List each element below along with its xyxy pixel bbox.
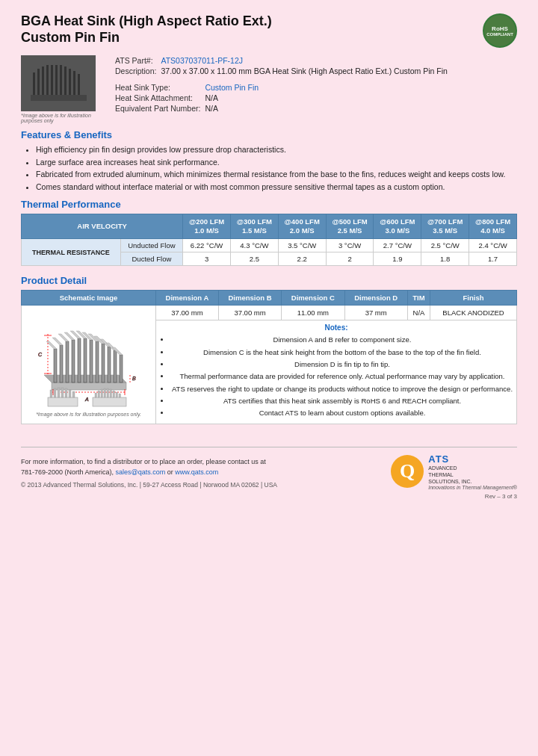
svg-rect-59 [95, 393, 97, 397]
cell-unducted-200: 6.22 °C/W [183, 239, 231, 252]
svg-rect-19 [72, 340, 75, 382]
footer: For more information, to find a distribu… [21, 447, 517, 490]
thermal-heading: Thermal Performance [21, 199, 517, 210]
list-item: Fabricated from extruded aluminum, which… [36, 169, 517, 180]
product-image-section: *Image above is for illustration purpose… [21, 55, 103, 123]
list-item: High efficiency pin fin design provides … [36, 144, 517, 155]
col-200lfm: @200 LFM 1.0 M/S [183, 214, 231, 239]
col-600lfm: @600 LFM 3.0 M/S [374, 214, 421, 239]
svg-rect-51 [50, 390, 52, 397]
type-value: Custom Pin Fin [205, 82, 263, 93]
thermal-table: AIR VELOCITY @200 LFM 1.0 M/S @300 LFM 1… [21, 214, 517, 267]
features-heading: Features & Benefits [21, 129, 517, 140]
svg-rect-9 [69, 69, 71, 95]
col-dim-b: Dimension B [218, 291, 281, 306]
svg-rect-53 [58, 388, 60, 397]
cell-unducted-300: 4.3 °C/W [230, 239, 278, 252]
svg-line-13 [87, 90, 90, 95]
notes-list: Dimension A and B refer to component siz… [158, 335, 514, 418]
svg-text:B: B [132, 376, 136, 381]
part-number-table: ATS Part#: ATS037037011-PF-12J Descripti… [115, 55, 452, 76]
svg-rect-58 [93, 397, 126, 406]
cell-ducted-200: 3 [183, 252, 231, 266]
ducted-flow-label: Ducted Flow [120, 252, 182, 266]
email-link[interactable]: sales@qats.com [116, 468, 166, 476]
cell-unducted-800: 2.4 °C/W [469, 239, 517, 252]
cell-ducted-600: 1.9 [374, 252, 421, 266]
part-number: ATS037037011-PF-12J [161, 55, 451, 66]
svg-rect-63 [107, 388, 109, 397]
notes-cell: Notes: Dimension A and B refer to compon… [156, 320, 517, 424]
ats-q-logo: Q [391, 455, 424, 488]
page-title-block: BGA Heat Sink (High Aspect Ratio Ext.) C… [21, 13, 272, 46]
svg-rect-56 [69, 390, 71, 397]
page-title: BGA Heat Sink (High Aspect Ratio Ext.) C… [21, 13, 272, 46]
col-300lfm: @300 LFM 1.5 M/S [230, 214, 278, 239]
col-dim-c: Dimension C [282, 291, 344, 306]
svg-rect-66 [116, 392, 118, 397]
svg-rect-62 [104, 388, 106, 397]
footer-copyright: © 2013 Advanced Thermal Solutions, Inc. … [21, 480, 277, 490]
col-800lfm: @800 LFM 4.0 M/S [469, 214, 517, 239]
svg-rect-26 [114, 350, 117, 382]
attachment-label: Heat Sink Attachment: [115, 93, 205, 103]
svg-rect-7 [60, 65, 62, 95]
svg-rect-20 [78, 338, 81, 382]
svg-rect-4 [46, 65, 49, 95]
svg-rect-61 [101, 389, 103, 397]
svg-rect-8 [64, 66, 67, 95]
schematic-image-box: C A B [29, 312, 149, 409]
unducted-flow-label: Unducted Flow [120, 239, 182, 252]
svg-rect-0 [31, 95, 87, 101]
svg-rect-11 [78, 74, 80, 95]
table-row: THERMAL RESISTANCE Unducted Flow 6.22 °C… [22, 239, 517, 252]
cell-ducted-300: 2.5 [230, 252, 278, 266]
rohs-badge: RoHS COMPLIANT [483, 13, 517, 48]
product-details: ATS Part#: ATS037037011-PF-12J Descripti… [115, 55, 517, 123]
svg-text:A: A [84, 397, 89, 402]
svg-rect-24 [102, 344, 105, 382]
col-finish: Finish [430, 291, 517, 306]
list-item: Large surface area increases heat sink p… [36, 157, 517, 168]
dim-c-value: 11.00 mm [282, 306, 344, 320]
svg-rect-3 [42, 66, 44, 95]
description: 37.00 x 37.00 x 11.00 mm BGA Heat Sink (… [161, 66, 451, 76]
col-400lfm: @400 LFM 2.0 M/S [278, 214, 326, 239]
equiv-label: Equivalent Part Number: [115, 103, 205, 114]
svg-rect-6 [55, 65, 58, 95]
svg-rect-50 [48, 397, 78, 406]
tim-value: N/A [407, 306, 430, 320]
ats-sub2: THERMAL [428, 471, 517, 478]
attachment-value: N/A [205, 93, 263, 103]
footer-logo: Q ATS ADVANCED THERMAL SOLUTIONS, INC. I… [391, 453, 517, 490]
page-number: Rev – 3 of 3 [21, 493, 517, 500]
dim-d-value: 37 mm [344, 306, 407, 320]
svg-line-12 [27, 90, 31, 95]
cell-unducted-400: 3.5 °C/W [278, 239, 326, 252]
col-500lfm: @500 LFM 2.5 M/S [326, 214, 374, 239]
svg-rect-16 [54, 349, 57, 382]
detail-table: Schematic Image Dimension A Dimension B … [21, 290, 517, 424]
cell-ducted-400: 2.2 [278, 252, 326, 266]
page: BGA Heat Sink (High Aspect Ratio Ext.) C… [0, 0, 538, 756]
ats-sub1: ADVANCED [428, 465, 517, 471]
cell-unducted-700: 2.5 °C/W [421, 239, 469, 252]
list-item: Contact ATS to learn about custom option… [170, 408, 514, 418]
product-info-section: *Image above is for illustration purpose… [21, 55, 517, 123]
svg-rect-5 [51, 65, 53, 95]
list-item: ATS certifies that this heat sink assemb… [170, 396, 514, 406]
detail-table-wrap: Schematic Image Dimension A Dimension B … [21, 290, 517, 424]
svg-rect-17 [60, 345, 63, 382]
cell-ducted-700: 1.8 [421, 252, 469, 266]
svg-text:C: C [38, 352, 43, 357]
svg-rect-25 [108, 347, 111, 382]
list-item: Dimension C is the heat sink height from… [170, 347, 514, 357]
cell-unducted-600: 2.7 °C/W [374, 239, 421, 252]
col-dim-d: Dimension D [344, 291, 407, 306]
ats-sub3: SOLUTIONS, INC. [428, 478, 517, 485]
list-item: Comes standard without interface materia… [36, 182, 517, 193]
svg-rect-60 [98, 391, 100, 397]
website-link[interactable]: www.qats.com [175, 468, 218, 476]
col-dim-a: Dimension A [156, 291, 219, 306]
svg-rect-64 [110, 389, 112, 397]
